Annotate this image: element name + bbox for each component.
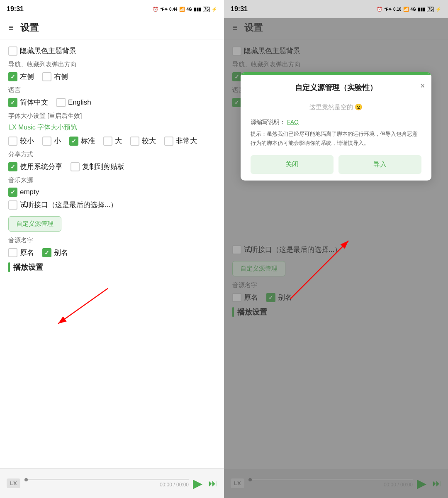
language-label: 语言: [8, 86, 216, 94]
playback-label: 播放设置: [13, 262, 43, 272]
modal-close-icon[interactable]: ×: [420, 82, 425, 90]
copy-clipboard-item[interactable]: 复制到剪贴板: [71, 162, 124, 171]
skip-button-left[interactable]: ⏭: [208, 478, 217, 489]
fontsize-smaller-label: 小: [54, 136, 61, 146]
source-name-row: 原名 别名: [8, 248, 216, 257]
close-button[interactable]: 关闭: [251, 155, 334, 174]
chinese-checkbox[interactable]: [8, 98, 17, 107]
fontsize-large-checkbox[interactable]: [103, 137, 112, 146]
custom-source-btn[interactable]: 自定义源管理: [8, 216, 61, 232]
nav-right-label: 右侧: [54, 72, 68, 81]
progress-wrap-left[interactable]: 00:00 / 00:00: [24, 479, 189, 488]
lx-logo-left: LX: [7, 478, 20, 488]
bottom-player-left: LX 00:00 / 00:00 ▶ ⏭: [0, 468, 224, 498]
font-size-label: 字体大小设置 [重启后生效]: [8, 112, 216, 120]
import-button[interactable]: 导入: [338, 155, 421, 174]
fontsize-larger-checkbox[interactable]: [130, 137, 139, 146]
nav-left-checkbox[interactable]: [8, 72, 17, 81]
original-name-item[interactable]: 原名: [8, 248, 34, 257]
source-label-text: 源编写说明：: [251, 119, 285, 125]
system-share-item[interactable]: 使用系统分享: [8, 162, 62, 171]
playback-section: 播放设置: [8, 262, 216, 272]
english-checkbox[interactable]: [56, 98, 66, 107]
time-right: 19:31: [231, 5, 248, 13]
hide-black-theme-checkbox[interactable]: [8, 46, 17, 56]
fontsize-standard-item[interactable]: 标准: [69, 136, 95, 146]
empty-source-checkbox[interactable]: [8, 188, 17, 197]
status-icons-left: ⏰ ℉✳ 0.44 📶 4G ▮▮▮ 75 ⚡: [153, 7, 217, 12]
content-left: 隐藏黑色主题背景 导航、收藏列表弹出方向 左侧 右侧 语言: [0, 39, 224, 468]
modal-tip: 提示：虽然我们已经尽可能地隔离了脚本的运行环境，但导入包含恶意行为的脚本仍可能会…: [251, 129, 421, 148]
font-preview: LX Music 字体大小预览: [8, 123, 216, 132]
original-name-label: 原名: [20, 248, 34, 257]
empty-source-item[interactable]: empty: [8, 188, 216, 197]
nav-direction-label: 导航、收藏列表弹出方向: [8, 61, 216, 68]
fontsize-small-label: 较小: [20, 136, 34, 146]
source-name-label: 音源名字: [8, 237, 216, 244]
fontsize-small-checkbox[interactable]: [8, 137, 17, 146]
playback-accent: [8, 262, 10, 272]
fontsize-small-item[interactable]: 较小: [8, 136, 34, 146]
alias-name-checkbox[interactable]: [42, 248, 51, 257]
faq-link[interactable]: FAQ: [287, 119, 299, 125]
system-share-checkbox[interactable]: [8, 162, 17, 171]
custom-source-modal: 自定义源管理（实验性） × 这里竟然是空的 😮 源编写说明： FAQ 提示：虽然…: [241, 72, 431, 181]
fontsize-standard-checkbox[interactable]: [69, 137, 78, 146]
fontsize-xlarge-item[interactable]: 非常大: [164, 136, 197, 146]
alias-name-item[interactable]: 别名: [42, 248, 68, 257]
fontsize-smaller-item[interactable]: 小: [42, 136, 61, 146]
alias-name-label: 别名: [54, 248, 68, 257]
right-panel: 19:31 ⏰ ℉✳ 0.10 📶 4G ▮▮▮ 75 ⚡ ≡ 设置 隐藏黑色主…: [224, 0, 448, 498]
status-bar-right: 19:31 ⏰ ℉✳ 0.10 📶 4G ▮▮▮ 75 ⚡: [224, 0, 448, 18]
fontsize-standard-label: 标准: [81, 136, 95, 146]
time-label-left: 00:00 / 00:00: [24, 482, 189, 488]
language-section: 语言 简体中文 English: [8, 86, 216, 107]
chinese-item[interactable]: 简体中文: [8, 98, 48, 107]
trial-source-item[interactable]: 试听接口（这是最后的选择...）: [8, 200, 216, 210]
hide-black-theme-section: 隐藏黑色主题背景: [8, 46, 216, 56]
modal-overlay[interactable]: 自定义源管理（实验性） × 这里竟然是空的 😮 源编写说明： FAQ 提示：虽然…: [224, 18, 448, 498]
original-name-checkbox[interactable]: [8, 248, 17, 257]
copy-clipboard-checkbox[interactable]: [71, 162, 80, 171]
nav-left-item[interactable]: 左侧: [8, 72, 34, 81]
language-row: 简体中文 English: [8, 98, 216, 107]
music-source-label: 音乐来源: [8, 176, 216, 184]
time-left: 19:31: [7, 5, 24, 13]
system-share-label: 使用系统分享: [20, 162, 62, 171]
left-panel: 19:31 ⏰ ℉✳ 0.44 📶 4G ▮▮▮ 75 ⚡ ≡ 设置 隐藏黑色主…: [0, 0, 224, 498]
status-bar-left: 19:31 ⏰ ℉✳ 0.44 📶 4G ▮▮▮ 75 ⚡: [0, 0, 224, 18]
chinese-label: 简体中文: [20, 98, 48, 107]
fontsize-xlarge-checkbox[interactable]: [164, 137, 173, 146]
empty-source-label: empty: [20, 188, 39, 196]
font-size-section: 字体大小设置 [重启后生效] LX Music 字体大小预览 较小 小 标准 大: [8, 112, 216, 146]
modal-body: 这里竟然是空的 😮 源编写说明： FAQ 提示：虽然我们已经尽可能地隔离了脚本的…: [241, 97, 431, 181]
hide-black-theme-item[interactable]: 隐藏黑色主题背景: [8, 46, 216, 56]
fontsize-larger-item[interactable]: 较大: [130, 136, 156, 146]
fontsize-large-label: 大: [115, 136, 122, 146]
share-mode-row: 使用系统分享 复制到剪贴板: [8, 162, 216, 171]
english-item[interactable]: English: [56, 98, 91, 107]
nav-direction-row: 左侧 右侧: [8, 72, 216, 81]
player-controls-left: ▶ ⏭: [193, 476, 217, 491]
progress-bar-left[interactable]: [24, 479, 189, 480]
fontsize-xlarge-label: 非常大: [176, 136, 197, 146]
fontsize-smaller-checkbox[interactable]: [42, 137, 51, 146]
source-name-section: 音源名字 原名 别名: [8, 237, 216, 257]
modal-header: 自定义源管理（实验性） ×: [241, 75, 431, 97]
music-source-section: 音乐来源 empty 试听接口（这是最后的选择...） 自定义源管理: [8, 176, 216, 232]
trial-source-checkbox[interactable]: [8, 200, 17, 210]
play-button-left[interactable]: ▶: [193, 476, 202, 491]
status-icons-right: ⏰ ℉✳ 0.10 📶 4G ▮▮▮ 75 ⚡: [377, 7, 441, 12]
menu-icon-left[interactable]: ≡: [8, 22, 14, 33]
english-label: English: [68, 98, 91, 107]
modal-buttons: 关闭 导入: [251, 155, 421, 174]
progress-dot-left[interactable]: [24, 478, 28, 481]
fontsize-large-item[interactable]: 大: [103, 136, 122, 146]
header-left: ≡ 设置: [0, 18, 224, 39]
nav-right-checkbox[interactable]: [42, 72, 51, 81]
nav-direction-section: 导航、收藏列表弹出方向 左侧 右侧: [8, 61, 216, 81]
nav-right-item[interactable]: 右侧: [42, 72, 68, 81]
font-size-grid: 较小 小 标准 大 较大: [8, 136, 216, 146]
share-mode-label: 分享方式: [8, 151, 216, 159]
modal-empty-text: 这里竟然是空的 😮: [251, 103, 421, 111]
